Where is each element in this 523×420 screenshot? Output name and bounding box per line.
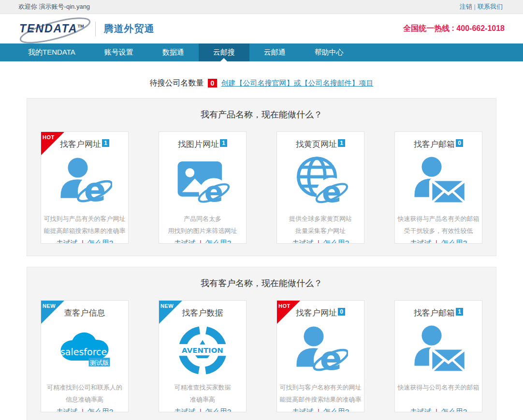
link-separator: | (318, 239, 320, 244)
person-browser-icon: e (57, 154, 112, 209)
header: TENDATATM 腾道外贸通 全国统一热线 : 400-662-1018 (0, 14, 523, 43)
card-title: 找客户邮箱1 (395, 308, 482, 319)
link-separator: | (436, 407, 437, 412)
section-customer-name: 我有客户名称，现在能做什么？ NEW 查客户信息 salesforce 测试版 (27, 267, 496, 420)
try-it-link[interactable]: 去试试 (292, 407, 314, 412)
link-separator: | (318, 407, 320, 412)
count-badge: 1 (102, 139, 109, 147)
nav-item-cloud-mail[interactable]: 云邮通 (249, 43, 300, 61)
card-description: 可找到与产品有关的客户网址能提高邮箱搜索结果的准确率 (41, 213, 128, 237)
card-description: 快速获得与产品名有关的邮箱受干扰较多，有效性较低 (395, 213, 482, 237)
card-find-customer-email: 找客户邮箱1 快速获得与公司名有关的邮箱 去试试|怎么用? (394, 300, 482, 412)
how-to-use-link[interactable]: 怎么用? (323, 407, 349, 412)
avention-icon: AVENTION (175, 323, 230, 378)
nav-item-my-tendata[interactable]: 我的TENDATA (14, 43, 90, 61)
count-badge: 0 (456, 139, 463, 147)
link-separator: | (82, 239, 84, 244)
link-separator: | (200, 407, 202, 412)
link-separator: | (82, 407, 84, 412)
hot-ribbon: HOT (41, 131, 65, 156)
try-it-link[interactable]: 去试试 (174, 407, 196, 412)
logout-link[interactable]: 注销 (460, 3, 472, 10)
card-find-customer-email: 找客户邮箱0 快速获得与产品名有关的邮箱受干扰较多，有效性较低 去试试|怎么用? (394, 131, 482, 244)
try-it-link[interactable]: 去试试 (292, 239, 314, 244)
new-ribbon: NEW (41, 300, 65, 324)
welcome-text: 欢迎你 演示账号-qin.yang (18, 2, 90, 11)
count-badge: 0 (338, 308, 345, 316)
card-find-image-website: 找图片网址1 e 产品同名太多用找到的图片来筛选网址 去试试|怎么用? (159, 131, 247, 244)
card-description: 产品同名太多用找到的图片来筛选网址 (159, 213, 246, 237)
card-description: 可精准查找买家数据准确率高 (159, 381, 246, 406)
contact-us-link[interactable]: 联系我们 (478, 3, 503, 10)
svg-text:e: e (204, 175, 223, 208)
how-to-use-link[interactable]: 怎么用? (441, 239, 467, 244)
count-badge: 1 (220, 139, 227, 147)
card-description: 快速获得与公司名有关的邮箱 (395, 381, 482, 406)
try-it-link[interactable]: 去试试 (56, 239, 78, 244)
nav-item-data-service[interactable]: 数据通 (148, 43, 199, 61)
card-find-yellowpage-website: 找黄页网址1 e 提供全球多家黄页网站批量采集客户网址 去试试|怎么用? (276, 131, 364, 244)
section-title: 我有客户名称，现在能做什么？ (41, 278, 482, 289)
pending-count-badge: 0 (208, 79, 218, 87)
main-nav: 我的TENDATA 账号设置 数据通 云邮搜 云邮通 帮助中心 (0, 43, 523, 61)
link-separator: | (200, 239, 202, 244)
salesforce-icon: salesforce 测试版 (56, 327, 114, 374)
product-name: 腾道外贸通 (103, 22, 154, 35)
how-to-use-link[interactable]: 怎么用? (205, 239, 231, 244)
pending-count-label: 待搜公司名数量 (150, 78, 204, 88)
how-to-use-link[interactable]: 怎么用? (205, 407, 231, 412)
card-description: 可精准找到公司和联系人的信息准确率高 (41, 381, 128, 406)
hot-ribbon: HOT (276, 300, 301, 324)
card-description: 提供全球多家黄页网站批量采集客户网址 (277, 213, 364, 237)
globe-browser-icon: e (293, 154, 348, 209)
person-mail-icon (411, 323, 466, 378)
count-badge: 1 (456, 308, 463, 316)
section-title: 我有产品名称，现在能做什么？ (41, 109, 482, 120)
how-to-use-link[interactable]: 怎么用? (87, 407, 113, 412)
try-it-link[interactable]: 去试试 (56, 407, 78, 412)
pending-search-bar: 待搜公司名数量 0 创建【公司名搜官网】或【公司名搜邮件】项目 (0, 77, 523, 89)
card-find-customer-data: NEW 找客户数据 AVENTION 可精准查找买家数据准确率高 去试试|怎么用… (159, 300, 247, 412)
top-bar: 欢迎你 演示账号-qin.yang 注销|联系我们 (0, 0, 523, 14)
count-badge: 1 (338, 139, 345, 147)
how-to-use-link[interactable]: 怎么用? (323, 239, 349, 244)
try-it-link[interactable]: 去试试 (410, 239, 432, 244)
image-browser-icon: e (175, 154, 230, 209)
nav-item-help-center[interactable]: 帮助中心 (300, 43, 358, 61)
svg-text:e: e (84, 171, 106, 209)
create-project-link[interactable]: 创建【公司名搜官网】或【公司名搜邮件】项目 (221, 79, 373, 88)
svg-text:salesforce: salesforce (60, 347, 107, 357)
tendata-logo[interactable]: TENDATATM (18, 19, 90, 38)
logo-text: TENDATATM (19, 22, 84, 35)
svg-text:e: e (322, 175, 342, 209)
nav-item-account-settings[interactable]: 账号设置 (90, 43, 148, 61)
card-title: 找黄页网址1 (277, 139, 364, 150)
try-it-link[interactable]: 去试试 (174, 239, 196, 244)
link-separator: | (436, 239, 437, 244)
person-mail-icon (411, 154, 466, 209)
card-find-customer-website: HOT 找客户网址1 e 可找到与产品有关的客户网址能提高邮箱搜索结果的准确率 … (41, 131, 129, 244)
card-title: 找客户邮箱0 (395, 139, 482, 150)
card-check-customer-info: NEW 查客户信息 salesforce 测试版 可精准找到公司和联系人的信息准… (41, 300, 129, 412)
new-ribbon: NEW (159, 300, 183, 324)
try-it-link[interactable]: 去试试 (410, 407, 432, 412)
svg-text:e: e (320, 340, 342, 377)
card-find-customer-website: HOT 找客户网址0 e 可找到与客户名称有关的网址能提高邮件搜索结果的准确率 … (276, 300, 364, 412)
section-product-name: 我有产品名称，现在能做什么？ HOT 找客户网址1 e 可找到与产品有关的客户网… (27, 98, 496, 256)
person-browser-icon: e (293, 323, 348, 378)
hotline-text: 全国统一热线 : 400-662-1018 (403, 24, 505, 34)
trial-version-label: 测试版 (89, 359, 109, 366)
how-to-use-link[interactable]: 怎么用? (441, 407, 467, 412)
card-title: 找图片网址1 (159, 139, 246, 150)
card-description: 可找到与客户名称有关的网址能提高邮件搜索结果的准确率 (277, 381, 364, 406)
topbar-divider: | (474, 3, 476, 10)
nav-item-cloud-mail-search[interactable]: 云邮搜 (199, 43, 249, 61)
how-to-use-link[interactable]: 怎么用? (87, 239, 113, 244)
svg-text:AVENTION: AVENTION (182, 346, 223, 355)
